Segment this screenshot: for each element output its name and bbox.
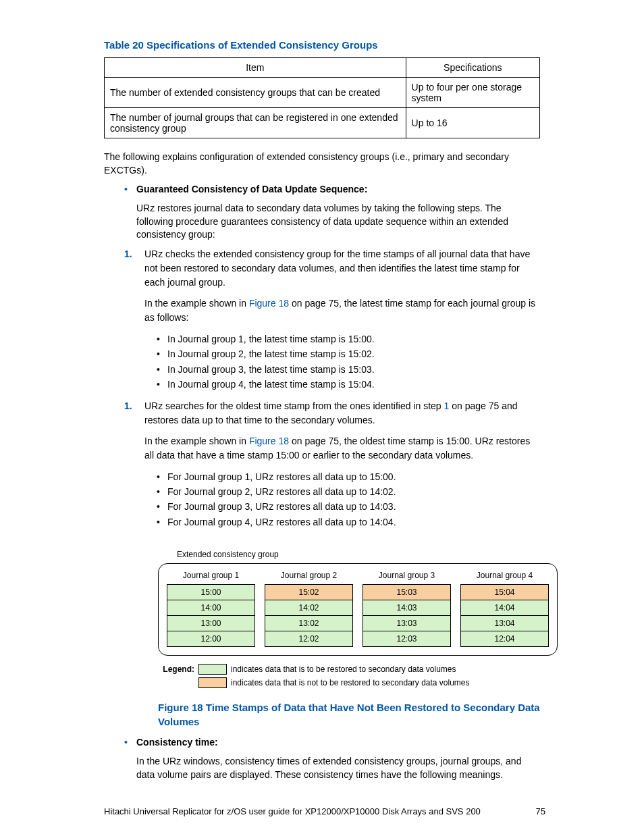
- list-item: For Journal group 1, URz restores all da…: [157, 469, 540, 484]
- jg-cell: 13:03: [363, 616, 450, 631]
- list-item: For Journal group 3, URz restores all da…: [157, 499, 540, 514]
- bullet-title: Guaranteed Consistency of Data Update Se…: [136, 184, 367, 194]
- th-item: Item: [105, 58, 406, 78]
- legend: Legend: indicates data that is to be res…: [158, 664, 540, 688]
- jg-cell: 14:00: [167, 600, 254, 616]
- jg-cell: 12:03: [363, 631, 450, 646]
- step-text: URz checks the extended consistency grou…: [144, 247, 540, 290]
- ecg-box: Journal group 1 15:00 14:00 13:00 12:00 …: [158, 563, 558, 656]
- bullet-title: Consistency time:: [136, 737, 218, 748]
- jg-cell: 12:00: [167, 631, 254, 646]
- step-example: In the example shown in Figure 18 on pag…: [144, 296, 540, 325]
- legend-label: Legend:: [158, 664, 194, 674]
- journal-group: Journal group 3 15:03 14:03 13:03 12:03: [363, 571, 451, 647]
- figure-link[interactable]: Figure 18: [249, 436, 289, 446]
- jg-title: Journal group 4: [460, 571, 549, 580]
- legend-swatch-orange: [198, 677, 227, 688]
- step-1: 1. URz checks the extended consistency g…: [124, 247, 540, 325]
- cell: Up to four per one storage system: [406, 78, 539, 108]
- page-number: 75: [536, 806, 545, 816]
- th-spec: Specifications: [406, 58, 539, 78]
- legend-text: indicates data that is not to be restore…: [231, 678, 470, 687]
- jg-title: Journal group 1: [167, 571, 255, 580]
- list-item: For Journal group 4, URz restores all da…: [157, 515, 540, 529]
- step-2: 1. URz searches for the oldest time stam…: [124, 399, 540, 463]
- jg-cell: 14:02: [265, 600, 352, 616]
- journal-group: Journal group 4 15:04 14:04 13:04 12:04: [460, 571, 549, 647]
- bullet-body: In the URz windows, consistency times of…: [104, 755, 540, 781]
- jg-cell: 13:04: [461, 616, 548, 631]
- table-caption: Table 20 Specifications of Extended Cons…: [104, 39, 540, 51]
- list-item: In Journal group 4, the latest time stam…: [157, 377, 540, 392]
- jg-title: Journal group 2: [265, 571, 353, 580]
- bullet-consistency-time: Consistency time:: [124, 735, 540, 750]
- jg-cell: 12:04: [461, 631, 548, 646]
- table-row: The number of extended consistency group…: [105, 78, 540, 108]
- legend-text: indicates data that is to be restored to…: [231, 664, 456, 674]
- legend-swatch-green: [198, 664, 227, 675]
- figure-caption: Figure 18 Time Stamps of Data that Have …: [158, 700, 540, 729]
- journal-group: Journal group 1 15:00 14:00 13:00 12:00: [167, 571, 255, 647]
- jg-cell: 13:00: [167, 616, 254, 631]
- list-item: In Journal group 1, the latest time stam…: [157, 332, 540, 346]
- jg-cell: 15:03: [363, 585, 450, 600]
- jg-title: Journal group 3: [363, 571, 451, 580]
- table-row: The number of journal groups that can be…: [105, 108, 540, 138]
- cell: The number of extended consistency group…: [105, 78, 406, 108]
- intro-paragraph: The following explains configuration of …: [104, 151, 540, 177]
- spec-table: Item Specifications The number of extend…: [104, 57, 540, 138]
- footer-title: Hitachi Universal Replicator for z/OS us…: [104, 806, 481, 816]
- list-item: In Journal group 2, the latest time stam…: [157, 346, 540, 361]
- jg-cell: 15:02: [265, 585, 352, 600]
- figure-link[interactable]: Figure 18: [249, 298, 289, 309]
- bullet-body: URz restores journal data to secondary d…: [104, 202, 540, 242]
- jg-cell: 13:02: [265, 616, 352, 631]
- journal-group: Journal group 2 15:02 14:02 13:02 12:02: [265, 571, 353, 647]
- step-number: 1.: [124, 399, 132, 413]
- ecg-label: Extended consistency group: [177, 550, 540, 559]
- jg-cell: 14:04: [461, 600, 548, 616]
- page-footer: Hitachi Universal Replicator for z/OS us…: [104, 806, 545, 816]
- jg-cell: 14:03: [363, 600, 450, 616]
- jg-cell: 12:02: [265, 631, 352, 646]
- step-text: URz searches for the oldest time stamp f…: [144, 399, 540, 427]
- cell: The number of journal groups that can be…: [105, 108, 406, 138]
- bullet-guaranteed: Guaranteed Consistency of Data Update Se…: [124, 182, 540, 197]
- figure-18: Extended consistency group Journal group…: [158, 550, 540, 688]
- step-number: 1.: [124, 247, 132, 261]
- jg-cell: 15:04: [461, 585, 548, 600]
- cell: Up to 16: [406, 108, 539, 138]
- list-item: In Journal group 3, the latest time stam…: [157, 362, 540, 377]
- jg-cell: 15:00: [167, 585, 254, 600]
- step-example: In the example shown in Figure 18 on pag…: [144, 434, 540, 463]
- list-item: For Journal group 2, URz restores all da…: [157, 484, 540, 499]
